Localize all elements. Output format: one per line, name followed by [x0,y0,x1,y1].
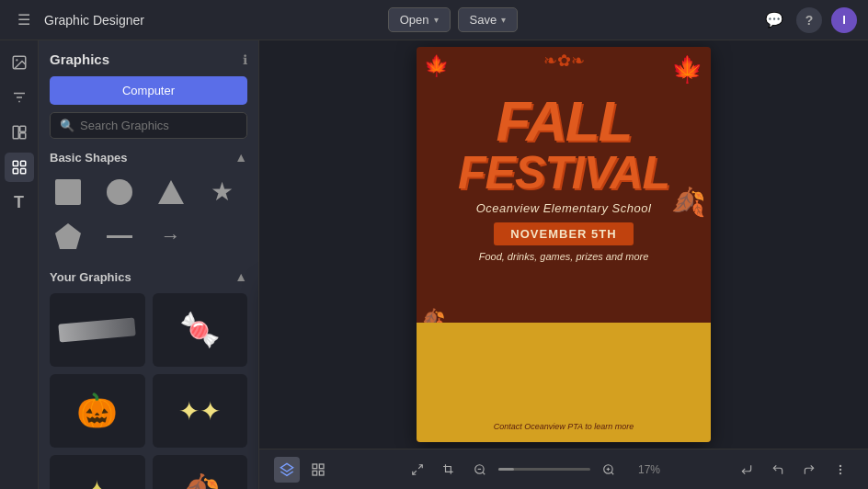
svg-rect-7 [19,133,25,139]
svg-point-28 [839,472,840,473]
canvas-area: 🍁 ❧✿❧ 🍁 🍂 🍂 FALL FESTIVAL Oceanview Elem… [259,40,868,489]
panel-info-icon[interactable]: ℹ [243,52,247,67]
svg-line-18 [413,471,417,474]
svg-rect-14 [319,464,324,469]
computer-button[interactable]: Computer [50,76,247,105]
zoom-slider-fill [498,468,514,471]
svg-line-23 [611,472,614,474]
svg-rect-8 [13,161,17,165]
search-box: 🔍 [50,112,247,139]
zoom-label: 17% [627,463,660,476]
redo-button[interactable] [796,457,822,483]
graphics-panel: Graphics ℹ Computer 🔍 Basic Shapes ▲ ★ →… [39,40,259,489]
graphic-thumb-candy[interactable]: 🍬 [153,293,248,367]
layers-icon-button[interactable] [274,457,300,483]
save-button[interactable]: Save ▾ [458,7,519,32]
undo-button[interactable] [765,457,791,483]
svg-rect-9 [20,161,25,165]
svg-rect-10 [13,169,17,174]
leaf-right-mid-icon: 🍂 [671,186,705,218]
poster-subtext: Food, drinks, games, prizes and more [479,251,649,262]
shape-circle[interactable] [101,174,138,210]
graphic-thumb-pumpkin[interactable]: 🎃 [50,374,145,448]
swirl-top-icon: ❧✿❧ [543,51,585,71]
shape-line[interactable] [101,218,138,255]
zoom-in-button[interactable] [596,457,622,483]
sidebar-item-image[interactable] [5,48,34,77]
hamburger-menu[interactable]: ☰ [11,7,37,33]
open-caret: ▾ [434,15,439,25]
graphic-thumb-sparkle[interactable]: ✦✦ [153,374,248,448]
your-graphics-title: Your Graphics [50,270,131,284]
shape-pentagon[interactable] [50,218,86,255]
sidebar-item-filters[interactable] [5,83,34,112]
shape-arrow[interactable]: → [153,218,189,255]
your-graphics-collapse-icon[interactable]: ▲ [234,269,247,284]
leaf-top-left-icon: 🍁 [424,54,449,78]
fit-screen-button[interactable] [405,457,430,483]
svg-line-20 [483,472,485,474]
svg-rect-16 [319,471,324,475]
grid-view-button[interactable] [305,457,331,483]
svg-point-26 [839,465,840,466]
graphic-thumb-star[interactable]: ✦ [50,455,145,489]
more-options-button[interactable] [828,457,853,483]
poster-date: NOVEMBER 5TH [494,222,633,245]
poster-canvas[interactable]: 🍁 ❧✿❧ 🍁 🍂 🍂 FALL FESTIVAL Oceanview Elem… [417,47,711,442]
bottom-right [734,457,853,483]
shape-square[interactable] [50,174,86,210]
app-title: Graphic Designer [44,13,144,28]
chat-icon-button[interactable]: 💬 [761,7,787,33]
save-caret: ▾ [501,15,506,25]
open-button[interactable]: Open ▾ [388,7,451,32]
graphic-thumb-leaf[interactable]: 🍂 [153,455,248,489]
basic-shapes-collapse-icon[interactable]: ▲ [234,150,247,165]
canvas-wrapper: 🍁 ❧✿❧ 🍁 🍂 🍂 FALL FESTIVAL Oceanview Elem… [417,47,711,442]
sidebar-item-text[interactable]: T [5,188,34,217]
poster-contact: Contact Oceanview PTA to learn more [494,422,634,431]
shape-star[interactable]: ★ [203,174,240,210]
shapes-grid: ★ → [50,174,247,255]
panel-title: Graphics [50,51,109,67]
topbar-center: Open ▾ Save ▾ [388,7,518,32]
poster-school: Oceanview Elementary School [476,201,652,215]
svg-point-1 [16,59,17,61]
topbar: ☰ Graphic Designer Open ▾ Save ▾ 💬 ? I [0,0,868,40]
zoom-slider[interactable] [498,468,590,471]
zoom-out-button[interactable] [467,457,493,483]
bottom-center: 17% [331,457,734,483]
svg-rect-6 [19,126,25,131]
svg-rect-15 [313,471,317,475]
poster-bottom-area: Contact Oceanview PTA to learn more [417,323,711,442]
svg-marker-12 [280,463,292,472]
help-icon-button[interactable]: ? [796,7,822,33]
poster: 🍁 ❧✿❧ 🍁 🍂 🍂 FALL FESTIVAL Oceanview Elem… [417,47,711,442]
bottom-left [274,457,331,483]
svg-rect-13 [313,464,317,469]
panel-header: Graphics ℹ [50,51,247,67]
poster-title-festival: FESTIVAL [458,150,669,196]
undo-alt-button[interactable] [734,457,760,483]
topbar-left: ☰ Graphic Designer [11,7,144,33]
main-layout: T Graphics ℹ Computer 🔍 Basic Shapes ▲ ★… [0,40,868,489]
search-input[interactable] [80,119,237,132]
sidebar-item-graphics[interactable] [5,153,34,182]
shape-triangle[interactable] [153,174,189,210]
basic-shapes-title: Basic Shapes [50,151,128,165]
user-avatar[interactable]: I [831,7,857,33]
graphic-thumb-brush[interactable] [50,293,145,367]
bottom-toolbar: 17% [259,449,868,489]
leaf-top-right-icon: 🍁 [671,54,703,85]
basic-shapes-header: Basic Shapes ▲ [50,150,247,165]
crop-button[interactable] [436,457,462,483]
svg-line-17 [418,464,422,468]
topbar-right: 💬 ? I [761,7,857,33]
icon-sidebar: T [0,40,39,489]
canvas-content: 🍁 ❧✿❧ 🍁 🍂 🍂 FALL FESTIVAL Oceanview Elem… [259,40,868,449]
svg-rect-5 [13,126,18,139]
poster-title-fall: FALL [497,93,632,150]
svg-point-27 [839,469,840,470]
your-graphics-header: Your Graphics ▲ [50,269,247,284]
sidebar-item-layout[interactable] [5,118,34,147]
svg-rect-11 [20,169,25,174]
